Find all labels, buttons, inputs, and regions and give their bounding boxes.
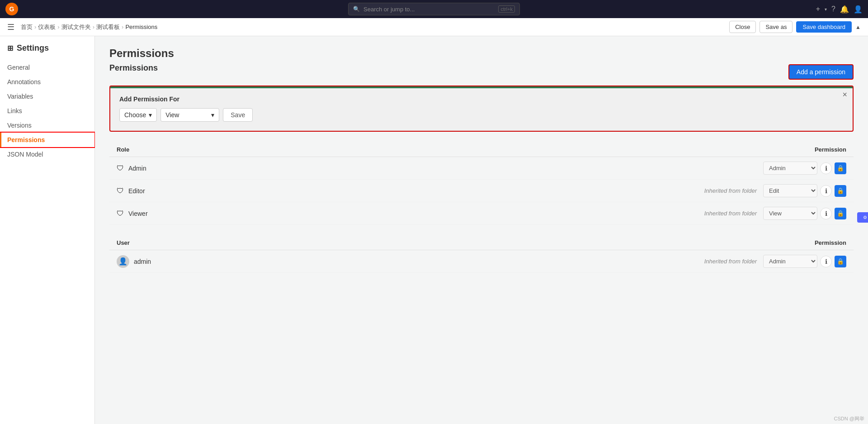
sidebar-item-annotations[interactable]: Annotations <box>0 75 94 89</box>
add-permission-panel: Add Permission For Choose ▾ View ▾ Save … <box>109 86 854 132</box>
perm-select-user-admin[interactable]: Admin Edit View <box>763 255 817 268</box>
chevron-down-icon[interactable]: ▾ <box>825 7 827 12</box>
user-avatar-icon[interactable]: 👤 <box>854 5 863 14</box>
save-permission-button[interactable]: Save <box>223 108 253 122</box>
sep-2: › <box>57 24 59 30</box>
toolbar-actions: Close Save as Save dashboard ▲ <box>729 21 861 33</box>
app-logo[interactable]: G <box>5 3 18 15</box>
inherited-label-editor: Inherited from folder <box>704 187 757 194</box>
top-nav: G 🔍 Search or jump to... ctrl+k + ▾ ? 🔔 … <box>0 0 868 18</box>
sidebar-item-general[interactable]: General <box>0 60 94 75</box>
table-row: 🛡 Viewer Inherited from folder View Admi… <box>109 202 854 225</box>
info-button-editor[interactable]: ℹ <box>820 185 832 197</box>
right-edge-panel-icon[interactable]: ⚙ <box>857 212 868 223</box>
user-cell-admin: 👤 admin <box>117 255 279 268</box>
sidebar-item-variables[interactable]: Variables <box>0 89 94 104</box>
sidebar-heading: Settings <box>17 43 49 53</box>
role-name-editor: Editor <box>128 187 145 195</box>
role-name-admin: Admin <box>128 165 146 172</box>
role-cell-editor: 🛡 Editor <box>117 187 269 195</box>
choose-label: Choose <box>124 111 146 119</box>
permission-col-header-user: Permission <box>287 236 854 250</box>
sidebar-item-label-links: Links <box>7 107 22 114</box>
page-title: Permissions <box>109 47 854 60</box>
grid-icon: ⊞ <box>7 44 13 52</box>
perm-select-editor[interactable]: Edit Admin View <box>763 184 817 197</box>
sidebar-item-json-model[interactable]: JSON Model <box>0 147 94 162</box>
permissions-header-row: Permissions Add a permission <box>109 63 854 80</box>
user-name-admin: admin <box>134 258 151 265</box>
breadcrumb-current: Permissions <box>125 24 157 30</box>
breadcrumb-home[interactable]: 首页 <box>21 23 33 31</box>
chevron-up-icon[interactable]: ▲ <box>855 24 861 30</box>
lock-button-viewer[interactable]: 🔒 <box>835 208 846 219</box>
lock-button-admin[interactable]: 🔒 <box>835 162 846 174</box>
table-row: 🛡 Admin Admin Edit View ℹ <box>109 157 854 180</box>
add-permission-button[interactable]: Add a permission <box>788 64 854 80</box>
choose-dropdown[interactable]: Choose ▾ <box>119 108 157 122</box>
save-dashboard-button[interactable]: Save dashboard <box>796 21 852 33</box>
breadcrumb: 首页 › 仪表板 › 测试文件夹 › 测试看板 › Permissions <box>21 23 157 31</box>
role-permissions-table: Role Permission 🛡 Admin <box>109 143 854 225</box>
sidebar-item-versions[interactable]: Versions <box>0 118 94 133</box>
add-perm-label: Add Permission For <box>119 95 844 103</box>
top-nav-right: + ▾ ? 🔔 👤 <box>816 5 863 14</box>
inherited-label-user-admin: Inherited from folder <box>704 258 757 265</box>
breadcrumb-folder[interactable]: 测试文件夹 <box>61 23 91 31</box>
shield-icon-editor: 🛡 <box>117 187 124 195</box>
choose-chevron-icon: ▾ <box>149 111 152 119</box>
user-col-header: User <box>109 236 287 250</box>
save-as-button[interactable]: Save as <box>760 21 793 33</box>
info-button-admin[interactable]: ℹ <box>820 162 832 174</box>
sidebar-item-label-general: General <box>7 64 30 71</box>
view-chevron-icon: ▾ <box>211 111 214 119</box>
perm-select-viewer[interactable]: View Admin Edit <box>763 207 817 220</box>
permission-col-header-role: Permission <box>277 143 854 157</box>
perm-right-cell-user-admin: Inherited from folder Admin Edit View ℹ … <box>294 255 846 268</box>
help-icon[interactable]: ? <box>831 5 835 13</box>
info-button-viewer[interactable]: ℹ <box>820 208 832 219</box>
breadcrumb-dashboard[interactable]: 仪表板 <box>38 23 56 31</box>
hamburger-menu[interactable]: ☰ <box>7 22 14 32</box>
perm-right-cell-viewer: Inherited from folder View Admin Edit ℹ … <box>284 207 846 220</box>
search-shortcut: ctrl+k <box>498 5 515 13</box>
lock-button-editor[interactable]: 🔒 <box>835 185 846 197</box>
sidebar-item-label-variables: Variables <box>7 93 33 100</box>
layout: ⊞ Settings General Annotations Variables… <box>0 36 868 424</box>
table-row: 🛡 Editor Inherited from folder Edit Admi… <box>109 180 854 202</box>
search-placeholder: Search or jump to... <box>363 6 415 13</box>
sidebar-item-permissions[interactable]: Permissions <box>0 133 94 147</box>
sidebar-item-links[interactable]: Links <box>0 104 94 118</box>
shield-icon-admin: 🛡 <box>117 164 124 172</box>
form-row: Choose ▾ View ▾ Save <box>119 108 844 122</box>
add-permission-form: Add Permission For Choose ▾ View ▾ Save <box>110 88 853 131</box>
sep-1: › <box>34 24 36 30</box>
section-title: Permissions <box>109 63 158 73</box>
user-permissions-table: User Permission 👤 admin Inherited <box>109 236 854 273</box>
close-panel-button[interactable]: × <box>842 90 847 100</box>
view-dropdown[interactable]: View ▾ <box>160 108 219 122</box>
breadcrumb-board[interactable]: 测试看板 <box>96 23 120 31</box>
role-col-header: Role <box>109 143 277 157</box>
inherited-label-viewer: Inherited from folder <box>704 210 757 217</box>
sep-4: › <box>122 24 123 30</box>
role-cell-admin: 🛡 Admin <box>117 164 269 172</box>
sidebar-item-label-permissions: Permissions <box>7 136 45 143</box>
lock-button-user-admin[interactable]: 🔒 <box>835 256 846 267</box>
sidebar-item-label-json-model: JSON Model <box>7 151 43 158</box>
search-bar[interactable]: 🔍 Search or jump to... ctrl+k <box>348 3 520 15</box>
toolbar: ☰ 首页 › 仪表板 › 测试文件夹 › 测试看板 › Permissions … <box>0 18 868 36</box>
search-icon: 🔍 <box>353 6 360 12</box>
sidebar-title: ⊞ Settings <box>0 43 94 60</box>
table-row: 👤 admin Inherited from folder Admin Edit… <box>109 250 854 273</box>
role-name-viewer: Viewer <box>128 210 148 217</box>
info-button-user-admin[interactable]: ℹ <box>820 256 832 267</box>
view-label: View <box>165 111 179 119</box>
sep-3: › <box>93 24 94 30</box>
role-cell-viewer: 🛡 Viewer <box>117 210 269 218</box>
plus-icon[interactable]: + <box>816 5 820 13</box>
bell-icon[interactable]: 🔔 <box>840 5 849 14</box>
perm-select-admin[interactable]: Admin Edit View <box>763 162 817 175</box>
perm-right-cell-editor: Inherited from folder Edit Admin View ℹ … <box>284 184 846 197</box>
close-button[interactable]: Close <box>729 21 756 33</box>
